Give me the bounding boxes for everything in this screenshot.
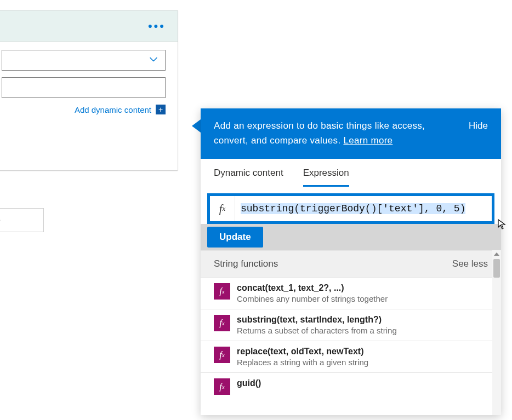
functions-section: String functions See less fx concat(text… — [201, 250, 501, 415]
stray-text: ve — [0, 215, 1, 225]
fx-badge-icon: fx — [214, 378, 230, 395]
update-button[interactable]: Update — [207, 227, 263, 248]
stray-fragment: ve — [0, 208, 44, 232]
list-item[interactable]: fx concat(text_1, text_2?, ...) Combines… — [201, 278, 501, 309]
callout-arrow-icon — [192, 119, 201, 133]
card-spacer — [2, 114, 166, 158]
expression-panel: Add an expression to do basic things lik… — [201, 108, 501, 415]
expression-input-wrap: fx substring(triggerBody()['text'], 0, 5… — [207, 193, 494, 224]
function-text: concat(text_1, text_2?, ...) Combines an… — [237, 283, 388, 303]
function-description: Replaces a string with a given string — [237, 358, 368, 367]
card-header: ••• — [0, 10, 178, 42]
chevron-down-icon — [149, 55, 158, 66]
fx-icon: fx — [210, 196, 235, 221]
panel-header-line1: Add an expression to do basic things lik… — [214, 120, 425, 131]
see-less-link[interactable]: See less — [452, 258, 488, 269]
fx-badge-icon: fx — [214, 315, 230, 331]
scroll-thumb[interactable] — [493, 259, 500, 278]
function-description: Returns a subset of characters from a st… — [237, 326, 397, 335]
fx-badge-icon: fx — [214, 347, 230, 363]
hide-button[interactable]: Hide — [469, 118, 488, 133]
plus-icon: + — [156, 105, 166, 114]
panel-header-text: Add an expression to do basic things lik… — [214, 118, 460, 148]
function-signature: replace(text, oldText, newText) — [237, 347, 368, 356]
panel-header-line2: convert, and compare values. — [214, 135, 343, 146]
card-body: Add dynamic content + — [0, 42, 178, 170]
dropdown-field[interactable] — [2, 50, 166, 71]
list-item[interactable]: fx guid() — [201, 373, 501, 400]
function-signature: concat(text_1, text_2?, ...) — [237, 283, 388, 293]
expression-value: substring(triggerBody()['text'], 0, 5) — [241, 203, 465, 214]
scroll-up-icon[interactable] — [494, 252, 499, 256]
add-dynamic-content-link[interactable]: Add dynamic content + — [2, 105, 166, 114]
panel-header: Add an expression to do basic things lik… — [201, 108, 501, 159]
function-text: replace(text, oldText, newText) Replaces… — [237, 347, 368, 367]
function-description: Combines any number of strings together — [237, 294, 388, 303]
scrollbar[interactable] — [492, 250, 501, 415]
function-text: substring(text, startIndex, length?) Ret… — [237, 315, 397, 335]
function-signature: substring(text, startIndex, length?) — [237, 315, 397, 325]
action-card: ••• Add dynamic content + — [0, 10, 178, 171]
list-item[interactable]: fx substring(text, startIndex, length?) … — [201, 309, 501, 341]
update-bar: Update — [201, 224, 501, 250]
tab-bar: Dynamic content Expression — [201, 159, 501, 187]
list-item[interactable]: fx replace(text, oldText, newText) Repla… — [201, 341, 501, 373]
section-header: String functions See less — [201, 250, 501, 278]
learn-more-link[interactable]: Learn more — [343, 135, 392, 146]
text-input-field[interactable] — [2, 77, 166, 98]
expression-input[interactable]: substring(triggerBody()['text'], 0, 5) — [235, 196, 492, 221]
tab-expression[interactable]: Expression — [303, 168, 349, 187]
add-dynamic-content-label: Add dynamic content — [75, 105, 151, 114]
tab-dynamic-content[interactable]: Dynamic content — [214, 168, 283, 187]
function-text: guid() — [237, 378, 261, 395]
more-icon[interactable]: ••• — [148, 19, 166, 33]
function-list: fx concat(text_1, text_2?, ...) Combines… — [201, 278, 501, 400]
section-title: String functions — [214, 258, 278, 269]
function-signature: guid() — [237, 378, 261, 388]
fx-badge-icon: fx — [214, 283, 230, 300]
